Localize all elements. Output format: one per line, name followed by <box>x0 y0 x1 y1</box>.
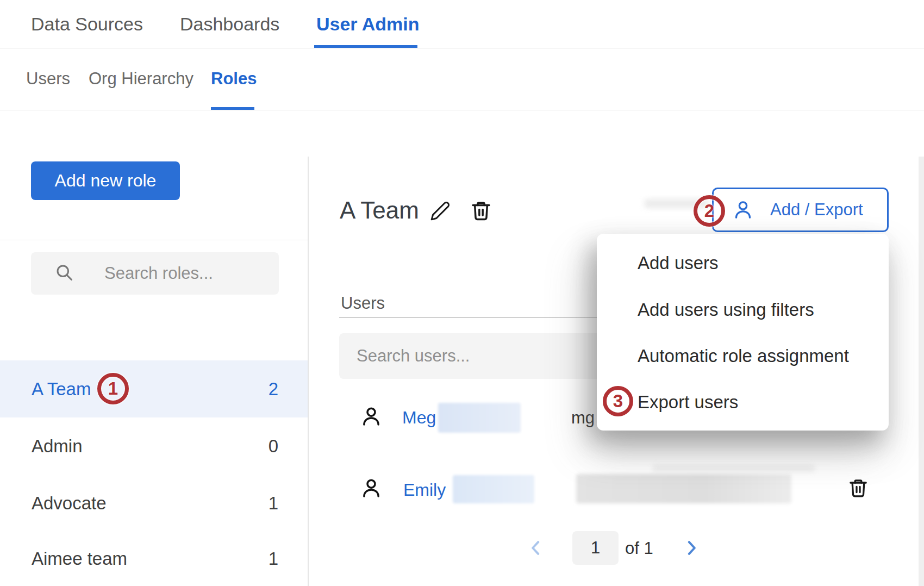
tab-roles[interactable]: Roles <box>211 48 257 110</box>
sub-nav-divider <box>0 110 924 110</box>
role-title: A Team <box>340 197 419 224</box>
chevron-right-icon <box>680 537 702 559</box>
delete-role-button[interactable] <box>470 200 492 222</box>
sidebar-divider <box>0 240 308 240</box>
scrollbar-track[interactable] <box>919 157 924 586</box>
role-row-admin[interactable]: Admin 0 <box>0 417 308 475</box>
role-row-a-team[interactable]: A Team 2 <box>0 360 308 417</box>
search-roles-input[interactable]: Search roles... <box>31 252 279 295</box>
pagination-page-field[interactable]: 1 <box>572 531 619 565</box>
tab-org-hierarchy[interactable]: Org Hierarchy <box>89 48 193 110</box>
menu-item-automatic-role-assignment[interactable]: Automatic role assignment <box>638 345 849 367</box>
menu-item-add-users[interactable]: Add users <box>638 252 719 274</box>
redacted-email <box>576 474 791 503</box>
add-export-label: Add / Export <box>770 200 863 220</box>
trash-icon <box>847 477 869 499</box>
annotation-step-1: 1 <box>97 373 129 404</box>
remove-user-button[interactable] <box>847 477 869 499</box>
edit-role-button[interactable] <box>430 201 451 221</box>
role-row-advocate[interactable]: Advocate 1 <box>0 475 308 532</box>
role-count: 2 <box>269 379 278 400</box>
pencil-icon <box>430 201 451 221</box>
role-name: Admin <box>32 436 83 457</box>
add-new-role-button[interactable]: Add new role <box>31 161 180 200</box>
add-export-button[interactable]: Add / Export <box>712 188 889 232</box>
chevron-left-icon <box>525 537 547 559</box>
role-count: 1 <box>269 493 278 514</box>
tab-data-sources[interactable]: Data Sources <box>31 0 143 48</box>
user-email-fragment: mg <box>571 408 595 428</box>
role-name: Advocate <box>32 493 107 514</box>
user-icon <box>360 405 383 430</box>
menu-item-add-users-using-filters[interactable]: Add users using filters <box>638 299 814 321</box>
search-roles-placeholder: Search roles... <box>104 264 213 283</box>
user-icon <box>360 477 383 502</box>
redacted-name <box>453 475 534 503</box>
users-section-header: Users <box>341 294 385 313</box>
tab-dashboards[interactable]: Dashboards <box>180 0 279 48</box>
pagination-of-label: of 1 <box>625 539 653 558</box>
search-icon <box>54 263 74 284</box>
pagination-next-button[interactable] <box>680 537 702 561</box>
user-link-meg[interactable]: Meg <box>402 408 436 428</box>
role-count: 1 <box>269 548 278 569</box>
trash-icon <box>470 200 492 222</box>
annotation-step-3: 3 <box>603 386 633 416</box>
role-row-aimee-team[interactable]: Aimee team 1 <box>0 532 308 586</box>
role-count: 0 <box>269 436 278 457</box>
add-export-menu: Add users Add users using filters Automa… <box>597 234 889 431</box>
role-name: A Team <box>32 379 91 400</box>
tab-users[interactable]: Users <box>26 48 70 110</box>
search-users-placeholder: Search users... <box>357 346 470 366</box>
redacted-blur <box>652 465 815 472</box>
panel-divider <box>308 157 309 586</box>
redacted-name <box>438 403 521 433</box>
user-icon <box>732 199 754 221</box>
annotation-step-2: 2 <box>694 195 725 227</box>
menu-item-export-users[interactable]: Export users <box>638 391 738 413</box>
role-name: Aimee team <box>32 548 127 569</box>
pagination-prev-button[interactable] <box>525 537 547 561</box>
user-link-emily[interactable]: Emily <box>403 480 446 500</box>
tab-user-admin[interactable]: User Admin <box>316 0 420 48</box>
